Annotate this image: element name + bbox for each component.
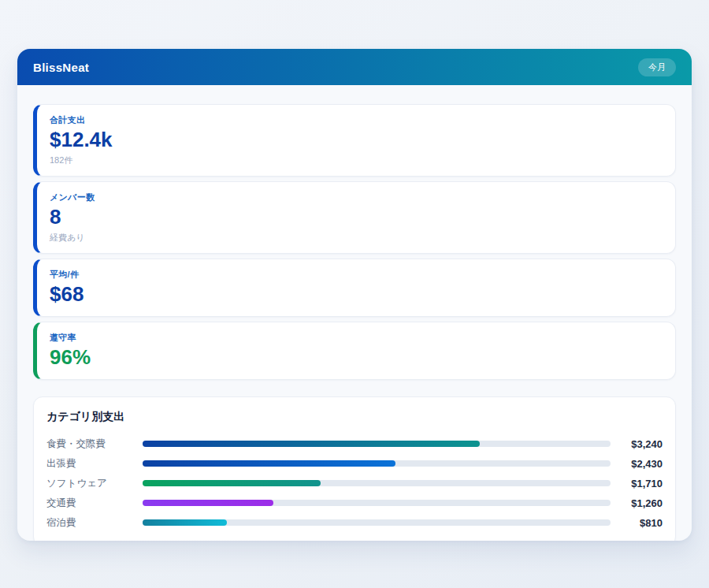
stat-label: メンバー数	[50, 192, 661, 203]
stat-value: 96%	[50, 346, 661, 370]
category-value: $2,430	[611, 458, 663, 470]
bar-track	[143, 460, 611, 467]
period-badge[interactable]: 今月	[638, 58, 676, 76]
bar-track	[143, 500, 611, 506]
stat-label: 平均/件	[50, 269, 661, 281]
stat-subtext: 経費あり	[50, 232, 661, 244]
category-row: ソフトウェア $1,710	[46, 474, 663, 493]
category-row: 宿泊費 $810	[46, 513, 663, 533]
category-bar-fill	[143, 460, 395, 467]
category-bar-fill	[143, 519, 227, 526]
stat-card-member-count: メンバー数 8 経費あり	[33, 181, 676, 254]
dashboard-content: 合計支出 $12.4k 182件 メンバー数 8 経費あり 平均/件 $68 遵…	[17, 85, 692, 541]
stat-card-total-spend: 合計支出 $12.4k 182件	[33, 104, 676, 177]
category-card-title: カテゴリ別支出	[46, 410, 663, 424]
category-value: $1,710	[611, 478, 663, 489]
stat-card-compliance-rate: 遵守率 96%	[33, 322, 676, 380]
category-row: 出張費 $2,430	[46, 454, 663, 474]
bar-track	[143, 480, 611, 486]
stat-subtext: 182件	[50, 154, 661, 166]
stat-value: $68	[50, 283, 661, 307]
stat-value: $12.4k	[50, 128, 661, 152]
bar-track	[143, 441, 611, 447]
bar-track	[143, 519, 611, 526]
category-value: $3,240	[611, 438, 663, 450]
category-breakdown-card: カテゴリ別支出 食費・交際費 $3,240 出張費 $2,430 ソフトウェア	[33, 396, 676, 541]
category-label: 宿泊費	[46, 516, 143, 530]
category-row: 食費・交際費 $3,240	[46, 434, 663, 454]
category-bar-fill	[143, 480, 321, 486]
category-bar-fill	[143, 500, 273, 506]
app-title: BlissNeat	[33, 61, 89, 74]
category-bar-fill	[143, 441, 480, 447]
app-window: BlissNeat 今月 合計支出 $12.4k 182件 メンバー数 8 経費…	[17, 49, 692, 541]
stat-label: 合計支出	[50, 114, 661, 126]
stat-label: 遵守率	[50, 332, 661, 344]
category-label: 出張費	[46, 457, 143, 471]
app-header: BlissNeat 今月	[17, 49, 692, 85]
category-value: $810	[611, 517, 663, 529]
category-row: 交通費 $1,260	[46, 493, 663, 513]
category-label: 交通費	[46, 497, 143, 510]
category-label: ソフトウェア	[46, 477, 143, 490]
category-value: $1,260	[611, 497, 663, 509]
category-label: 食費・交際費	[46, 437, 143, 451]
stat-card-average-per-item: 平均/件 $68	[33, 259, 676, 317]
stat-value: 8	[50, 206, 661, 229]
